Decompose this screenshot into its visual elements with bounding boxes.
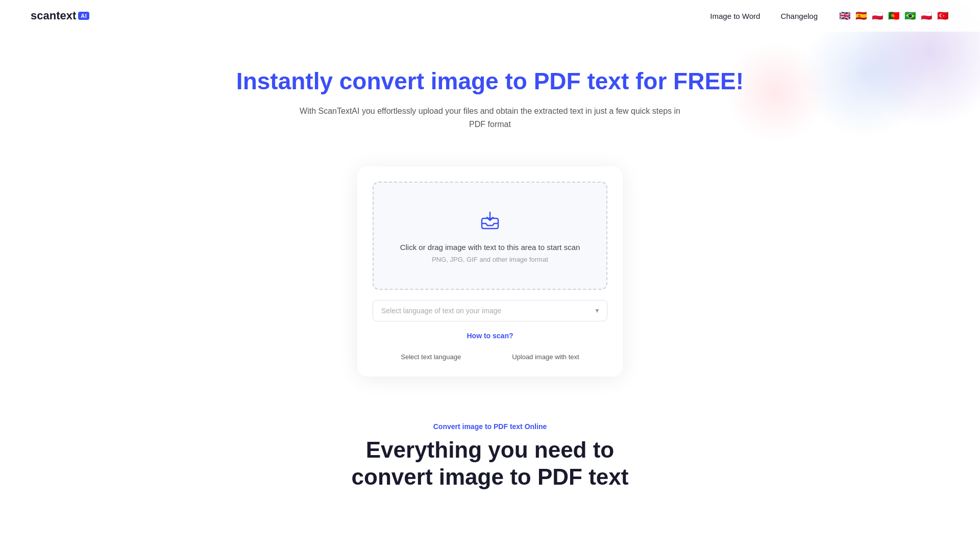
hero-subtitle: With ScanTextAI you effortlessly upload … [299,105,681,131]
main-nav: Image to Word Changelog 🇬🇧 🇪🇸 🇵🇱 🇵🇹 🇧🇷 🇵… [710,9,949,22]
language-select-wrapper: Select language of text on your image En… [373,300,607,321]
upload-card: Click or drag image with text to this ar… [357,166,623,377]
logo-badge: AI [78,12,89,20]
flag-spanish[interactable]: 🇪🇸 [854,9,868,22]
bottom-section: Convert image to PDF text Online Everyth… [0,392,980,511]
header: scantext AI Image to Word Changelog 🇬🇧 🇪… [0,0,980,32]
flag-english[interactable]: 🇬🇧 [838,9,851,22]
upload-card-wrapper: Click or drag image with text to this ar… [0,151,980,392]
step-1-label: Select text language [401,353,461,361]
nav-link-image-to-word[interactable]: Image to Word [710,12,760,20]
section-label: Convert image to PDF text Online [10,422,970,431]
flag-polish-alt[interactable]: 🇵🇱 [920,9,933,22]
logo[interactable]: scantext AI [31,9,89,22]
flag-turkish[interactable]: 🇹🇷 [936,9,949,22]
steps-row: Select text language Upload image with t… [373,352,607,361]
how-to-scan-link[interactable]: How to scan? [373,332,607,340]
nav-link-changelog[interactable]: Changelog [780,12,818,20]
language-flags: 🇬🇧 🇪🇸 🇵🇱 🇵🇹 🇧🇷 🇵🇱 🇹🇷 [838,9,949,22]
dropzone-main-text: Click or drag image with text to this ar… [389,243,591,252]
step-1: Select text language [401,352,461,361]
section-title: Everything you need to convert image to … [337,437,643,491]
language-select[interactable]: Select language of text on your image En… [373,300,607,321]
flag-polish[interactable]: 🇵🇱 [871,9,884,22]
flag-portuguese[interactable]: 🇵🇹 [887,9,900,22]
hero-title: Instantly convert image to PDF text for … [10,67,970,95]
upload-icon [389,208,591,235]
dropzone[interactable]: Click or drag image with text to this ar… [373,182,607,290]
step-2: Upload image with text [512,352,579,361]
dropzone-sub-text: PNG, JPG, GIF and other image format [389,256,591,263]
hero-section: Instantly convert image to PDF text for … [0,32,980,151]
logo-text: scantext [31,9,76,22]
main-content: Instantly convert image to PDF text for … [0,32,980,511]
step-2-label: Upload image with text [512,353,579,361]
nav-links: Image to Word Changelog [710,12,818,20]
flag-brazilian[interactable]: 🇧🇷 [903,9,917,22]
